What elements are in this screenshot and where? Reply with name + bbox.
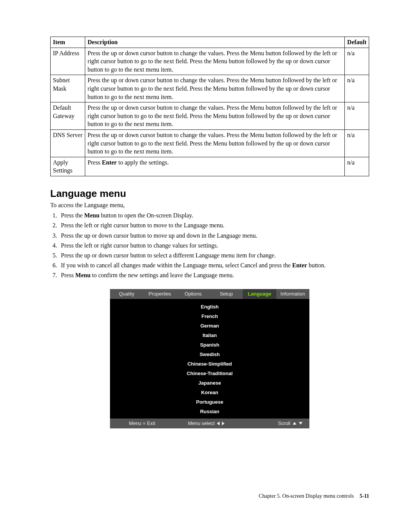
osd-tab-language[interactable]: Language bbox=[243, 289, 276, 299]
osd-item[interactable]: Korean bbox=[110, 388, 309, 397]
triangle-down-icon bbox=[299, 422, 303, 425]
osd-panel: QualityPropertiesOptionsSetupLanguageInf… bbox=[110, 289, 309, 428]
osd-item[interactable]: Italian bbox=[110, 331, 309, 340]
col-item: Item bbox=[51, 37, 85, 48]
table-row: Subnet MaskPress the up or down cursor b… bbox=[51, 75, 369, 102]
osd-item[interactable]: Russian bbox=[110, 407, 309, 416]
page-footer: Chapter 5. On-screen Display menu contro… bbox=[50, 493, 369, 499]
osd-tab-quality[interactable]: Quality bbox=[110, 289, 143, 299]
chapter-label: Chapter 5. On-screen Display menu contro… bbox=[259, 493, 354, 499]
list-item: Press the up or down cursor button to se… bbox=[59, 251, 369, 260]
page-number: 5-11 bbox=[360, 493, 369, 499]
triangle-up-icon bbox=[293, 422, 296, 425]
table-row: IP AddressPress the up or down cursor bu… bbox=[51, 48, 369, 75]
osd-item[interactable]: French bbox=[110, 312, 309, 321]
intro-text: To access the Language menu, bbox=[50, 201, 369, 209]
settings-table: Item Description Default IP AddressPress… bbox=[50, 37, 369, 176]
osd-tab-options[interactable]: Options bbox=[177, 289, 210, 299]
osd-tab-setup[interactable]: Setup bbox=[210, 289, 243, 299]
osd-tab-properties[interactable]: Properties bbox=[143, 289, 176, 299]
table-row: Apply SettingsPress Enter to apply the s… bbox=[51, 157, 369, 176]
triangle-left-icon bbox=[217, 422, 220, 425]
osd-item[interactable]: Japanese bbox=[110, 378, 309, 388]
osd-item[interactable]: Chinese-Traditional bbox=[110, 369, 309, 378]
list-item: Press Menu to confirm the new settings a… bbox=[59, 271, 369, 280]
osd-footer: Menu = Exit Menu select Scroll bbox=[110, 419, 309, 428]
list-item: Press the left or right cursor button to… bbox=[59, 241, 369, 250]
table-row: Default GatewayPress the up or down curs… bbox=[51, 102, 369, 130]
col-default: Default bbox=[345, 37, 369, 48]
osd-item[interactable]: Swedish bbox=[110, 350, 309, 359]
list-item: If you wish to cancel all changes made w… bbox=[59, 261, 369, 270]
table-row: DNS ServerPress the up or down cursor bu… bbox=[51, 129, 369, 157]
osd-footer-middle: Menu select bbox=[174, 420, 239, 426]
osd-item[interactable]: Spanish bbox=[110, 340, 309, 350]
triangle-right-icon bbox=[222, 422, 225, 425]
col-description: Description bbox=[85, 37, 345, 48]
section-heading: Language menu bbox=[50, 188, 369, 200]
osd-footer-right: Scroll bbox=[238, 420, 309, 426]
list-item: Press the left or right cursor button to… bbox=[59, 221, 369, 230]
osd-body: EnglishFrenchGermanItalianSpanishSwedish… bbox=[110, 299, 309, 419]
list-item: Press the up or down cursor button to mo… bbox=[59, 231, 369, 240]
list-item: Press the Menu button to open the On-scr… bbox=[59, 211, 369, 220]
osd-item[interactable]: German bbox=[110, 321, 309, 331]
steps-list: Press the Menu button to open the On-scr… bbox=[50, 211, 369, 280]
osd-footer-left: Menu = Exit bbox=[110, 420, 174, 426]
osd-tabs: QualityPropertiesOptionsSetupLanguageInf… bbox=[110, 289, 309, 299]
osd-item[interactable]: Portuguese bbox=[110, 397, 309, 407]
osd-item[interactable]: English bbox=[110, 302, 309, 312]
osd-tab-information[interactable]: Information bbox=[276, 289, 309, 299]
osd-item[interactable]: Chinese-Simplified bbox=[110, 359, 309, 369]
